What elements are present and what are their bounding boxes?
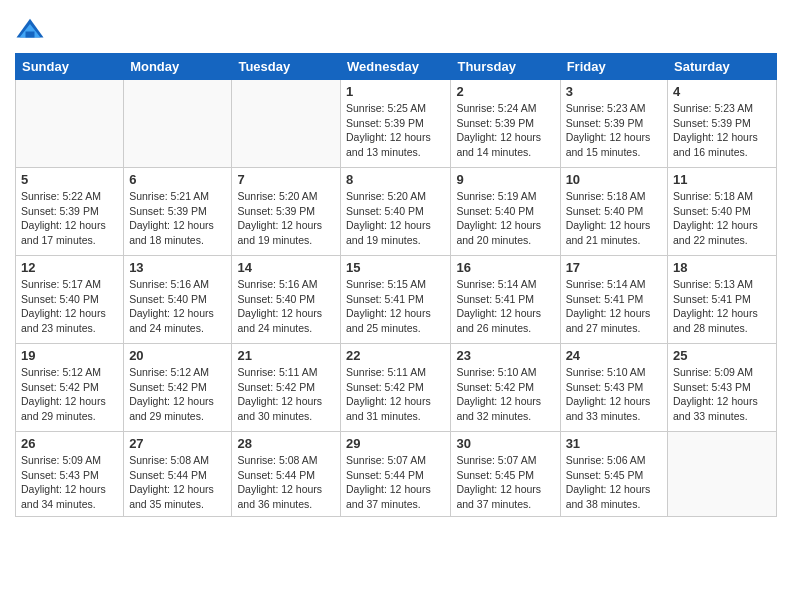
day-info: Sunrise: 5:16 AM Sunset: 5:40 PM Dayligh… [237, 277, 335, 336]
day-info: Sunrise: 5:08 AM Sunset: 5:44 PM Dayligh… [129, 453, 226, 512]
day-number: 8 [346, 172, 445, 187]
day-number: 21 [237, 348, 335, 363]
day-number: 9 [456, 172, 554, 187]
calendar-cell: 2Sunrise: 5:24 AM Sunset: 5:39 PM Daylig… [451, 80, 560, 168]
calendar-cell: 15Sunrise: 5:15 AM Sunset: 5:41 PM Dayli… [341, 256, 451, 344]
calendar-week-row: 19Sunrise: 5:12 AM Sunset: 5:42 PM Dayli… [16, 344, 777, 432]
calendar-header-monday: Monday [124, 54, 232, 80]
day-info: Sunrise: 5:18 AM Sunset: 5:40 PM Dayligh… [673, 189, 771, 248]
calendar-cell: 22Sunrise: 5:11 AM Sunset: 5:42 PM Dayli… [341, 344, 451, 432]
calendar-cell: 12Sunrise: 5:17 AM Sunset: 5:40 PM Dayli… [16, 256, 124, 344]
day-info: Sunrise: 5:17 AM Sunset: 5:40 PM Dayligh… [21, 277, 118, 336]
logo-icon [15, 15, 45, 45]
day-number: 6 [129, 172, 226, 187]
calendar-week-row: 5Sunrise: 5:22 AM Sunset: 5:39 PM Daylig… [16, 168, 777, 256]
day-number: 23 [456, 348, 554, 363]
page-header [15, 10, 777, 45]
day-info: Sunrise: 5:20 AM Sunset: 5:40 PM Dayligh… [346, 189, 445, 248]
day-number: 22 [346, 348, 445, 363]
day-info: Sunrise: 5:24 AM Sunset: 5:39 PM Dayligh… [456, 101, 554, 160]
day-number: 26 [21, 436, 118, 451]
day-info: Sunrise: 5:14 AM Sunset: 5:41 PM Dayligh… [566, 277, 662, 336]
day-number: 7 [237, 172, 335, 187]
day-info: Sunrise: 5:22 AM Sunset: 5:39 PM Dayligh… [21, 189, 118, 248]
day-info: Sunrise: 5:20 AM Sunset: 5:39 PM Dayligh… [237, 189, 335, 248]
calendar-cell: 1Sunrise: 5:25 AM Sunset: 5:39 PM Daylig… [341, 80, 451, 168]
calendar-cell: 21Sunrise: 5:11 AM Sunset: 5:42 PM Dayli… [232, 344, 341, 432]
day-number: 2 [456, 84, 554, 99]
day-info: Sunrise: 5:23 AM Sunset: 5:39 PM Dayligh… [673, 101, 771, 160]
day-number: 18 [673, 260, 771, 275]
calendar-cell: 20Sunrise: 5:12 AM Sunset: 5:42 PM Dayli… [124, 344, 232, 432]
day-number: 15 [346, 260, 445, 275]
day-info: Sunrise: 5:12 AM Sunset: 5:42 PM Dayligh… [129, 365, 226, 424]
day-number: 19 [21, 348, 118, 363]
calendar-cell: 31Sunrise: 5:06 AM Sunset: 5:45 PM Dayli… [560, 432, 667, 517]
day-info: Sunrise: 5:13 AM Sunset: 5:41 PM Dayligh… [673, 277, 771, 336]
calendar-cell: 6Sunrise: 5:21 AM Sunset: 5:39 PM Daylig… [124, 168, 232, 256]
calendar-cell: 25Sunrise: 5:09 AM Sunset: 5:43 PM Dayli… [668, 344, 777, 432]
day-info: Sunrise: 5:10 AM Sunset: 5:43 PM Dayligh… [566, 365, 662, 424]
calendar-cell: 18Sunrise: 5:13 AM Sunset: 5:41 PM Dayli… [668, 256, 777, 344]
day-number: 4 [673, 84, 771, 99]
day-info: Sunrise: 5:15 AM Sunset: 5:41 PM Dayligh… [346, 277, 445, 336]
calendar-cell: 16Sunrise: 5:14 AM Sunset: 5:41 PM Dayli… [451, 256, 560, 344]
calendar-cell: 9Sunrise: 5:19 AM Sunset: 5:40 PM Daylig… [451, 168, 560, 256]
day-info: Sunrise: 5:19 AM Sunset: 5:40 PM Dayligh… [456, 189, 554, 248]
calendar-header-wednesday: Wednesday [341, 54, 451, 80]
day-number: 27 [129, 436, 226, 451]
day-number: 1 [346, 84, 445, 99]
day-number: 14 [237, 260, 335, 275]
calendar-header-tuesday: Tuesday [232, 54, 341, 80]
calendar-cell: 30Sunrise: 5:07 AM Sunset: 5:45 PM Dayli… [451, 432, 560, 517]
calendar-cell: 23Sunrise: 5:10 AM Sunset: 5:42 PM Dayli… [451, 344, 560, 432]
day-info: Sunrise: 5:18 AM Sunset: 5:40 PM Dayligh… [566, 189, 662, 248]
day-info: Sunrise: 5:06 AM Sunset: 5:45 PM Dayligh… [566, 453, 662, 512]
day-info: Sunrise: 5:09 AM Sunset: 5:43 PM Dayligh… [673, 365, 771, 424]
day-info: Sunrise: 5:25 AM Sunset: 5:39 PM Dayligh… [346, 101, 445, 160]
day-info: Sunrise: 5:14 AM Sunset: 5:41 PM Dayligh… [456, 277, 554, 336]
day-number: 3 [566, 84, 662, 99]
day-info: Sunrise: 5:21 AM Sunset: 5:39 PM Dayligh… [129, 189, 226, 248]
day-info: Sunrise: 5:12 AM Sunset: 5:42 PM Dayligh… [21, 365, 118, 424]
calendar-cell: 10Sunrise: 5:18 AM Sunset: 5:40 PM Dayli… [560, 168, 667, 256]
day-info: Sunrise: 5:11 AM Sunset: 5:42 PM Dayligh… [237, 365, 335, 424]
day-number: 10 [566, 172, 662, 187]
day-info: Sunrise: 5:10 AM Sunset: 5:42 PM Dayligh… [456, 365, 554, 424]
day-number: 11 [673, 172, 771, 187]
calendar-cell [668, 432, 777, 517]
day-info: Sunrise: 5:09 AM Sunset: 5:43 PM Dayligh… [21, 453, 118, 512]
calendar-cell: 3Sunrise: 5:23 AM Sunset: 5:39 PM Daylig… [560, 80, 667, 168]
day-number: 16 [456, 260, 554, 275]
day-number: 20 [129, 348, 226, 363]
day-info: Sunrise: 5:11 AM Sunset: 5:42 PM Dayligh… [346, 365, 445, 424]
calendar-cell: 19Sunrise: 5:12 AM Sunset: 5:42 PM Dayli… [16, 344, 124, 432]
calendar-cell [124, 80, 232, 168]
calendar-cell: 5Sunrise: 5:22 AM Sunset: 5:39 PM Daylig… [16, 168, 124, 256]
day-number: 30 [456, 436, 554, 451]
calendar-cell [232, 80, 341, 168]
day-info: Sunrise: 5:07 AM Sunset: 5:45 PM Dayligh… [456, 453, 554, 512]
day-number: 13 [129, 260, 226, 275]
calendar-header-friday: Friday [560, 54, 667, 80]
day-number: 29 [346, 436, 445, 451]
calendar-cell: 26Sunrise: 5:09 AM Sunset: 5:43 PM Dayli… [16, 432, 124, 517]
calendar-cell: 8Sunrise: 5:20 AM Sunset: 5:40 PM Daylig… [341, 168, 451, 256]
day-number: 24 [566, 348, 662, 363]
day-info: Sunrise: 5:23 AM Sunset: 5:39 PM Dayligh… [566, 101, 662, 160]
day-number: 25 [673, 348, 771, 363]
calendar-header-thursday: Thursday [451, 54, 560, 80]
calendar-header-sunday: Sunday [16, 54, 124, 80]
calendar-cell: 24Sunrise: 5:10 AM Sunset: 5:43 PM Dayli… [560, 344, 667, 432]
calendar-cell: 17Sunrise: 5:14 AM Sunset: 5:41 PM Dayli… [560, 256, 667, 344]
calendar-header-row: SundayMondayTuesdayWednesdayThursdayFrid… [16, 54, 777, 80]
calendar-cell [16, 80, 124, 168]
calendar-cell: 4Sunrise: 5:23 AM Sunset: 5:39 PM Daylig… [668, 80, 777, 168]
calendar-week-row: 1Sunrise: 5:25 AM Sunset: 5:39 PM Daylig… [16, 80, 777, 168]
page-container: SundayMondayTuesdayWednesdayThursdayFrid… [0, 0, 792, 527]
svg-rect-2 [26, 32, 35, 38]
calendar-cell: 13Sunrise: 5:16 AM Sunset: 5:40 PM Dayli… [124, 256, 232, 344]
day-info: Sunrise: 5:08 AM Sunset: 5:44 PM Dayligh… [237, 453, 335, 512]
day-info: Sunrise: 5:16 AM Sunset: 5:40 PM Dayligh… [129, 277, 226, 336]
calendar-cell: 14Sunrise: 5:16 AM Sunset: 5:40 PM Dayli… [232, 256, 341, 344]
